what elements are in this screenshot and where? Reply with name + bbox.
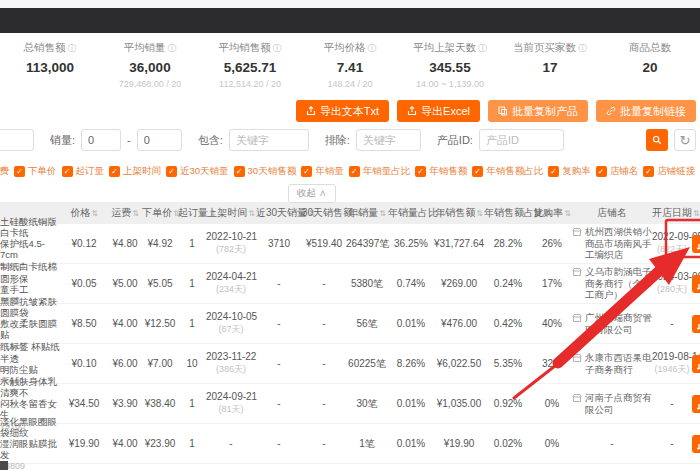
header-30d-sales[interactable]: 近30天销量⇅ [256,206,302,220]
stat-value: 17 [500,60,600,75]
column-checkbox-shop-link[interactable]: ✓店铺链接 [643,165,695,178]
include-label: 包含: [198,133,223,148]
column-checkbox-shop-name[interactable]: ✓店铺名 [596,165,639,178]
header-rebuy-rate[interactable]: 复购率⇅ [532,206,572,220]
price-max-input[interactable] [0,129,34,151]
trend-chart-button[interactable] [692,355,700,373]
info-icon[interactable]: ⓘ [68,43,77,53]
batch-copy-links-button[interactable]: 批量复制链接 [596,100,696,122]
header-listed-time[interactable]: 上架时间⇅ [206,206,256,220]
price-cell: ¥19.90 [60,438,108,449]
trend-chart-button[interactable] [692,435,700,453]
header-year-amount-pct[interactable]: 年销售额占比⇅ [484,206,532,220]
header-year-sales-pct[interactable]: 年销量占比⇅ [388,206,434,220]
order-price-cell: ¥7.00 [142,358,178,369]
year-amount-cell: ¥476.00 [434,318,484,329]
30d-amount-cell: - [302,358,346,369]
column-checkbox-30d-sales[interactable]: ✓近30天销量 [166,165,229,178]
info-icon[interactable]: ⓘ [478,43,487,53]
stat-value: 113,000 [0,60,100,75]
batch-copy-products-button[interactable]: 批量复制产品 [488,100,588,122]
info-icon[interactable]: ⓘ [168,43,177,53]
header-order-price[interactable]: 下单价⇅ [142,206,178,220]
checkbox-checked-icon: ✓ [109,166,120,177]
header-year-sales[interactable]: 年销量⇅ [346,206,388,220]
shop-name-cell: - [572,438,652,449]
export-toolbar: 导出文本Txt 导出Excel 批量复制产品 批量复制链接 [0,96,700,127]
collapse-button[interactable]: 收起 ∧ [288,184,336,203]
checkbox-checked-icon: ✓ [349,166,360,177]
price-cell: ¥0.10 [60,358,108,369]
info-icon[interactable]: ⓘ [368,43,377,53]
price-cell: ¥34.50 [60,398,108,409]
product-id-input[interactable] [479,129,564,151]
price-cell: ¥8.50 [60,318,108,329]
trend-chart-button[interactable] [692,235,700,253]
shop-icon [572,313,582,323]
bar-chart-icon [696,278,700,290]
column-checkbox-rebuy-rate[interactable]: ✓复购率 [548,165,591,178]
stat-value: 345.55 [400,60,500,75]
column-checkbox-year-amount-pct[interactable]: ✓年销售额占比 [472,165,543,178]
trend-chart-button[interactable] [692,275,700,293]
stat-sub: 148.24 / 20 [300,79,400,90]
column-checkbox-shipping[interactable]: ✓运费 [0,165,9,178]
info-icon[interactable]: ⓘ [578,43,587,53]
30d-amount-cell: - [302,398,346,409]
include-keyword-input[interactable] [229,129,309,151]
exclude-keyword-input[interactable] [356,129,421,151]
rebuy-rate-cell: 40% [532,318,572,329]
column-checkbox-year-sales-pct[interactable]: ✓年销量占比 [349,165,411,178]
column-checkbox-year-sales[interactable]: ✓年销量 [301,165,344,178]
product-id-label: 产品ID: [437,133,473,148]
column-checkbox-year-amount[interactable]: ✓年销售额 [415,165,467,178]
trend-chart-button[interactable] [692,395,700,413]
trend-chart-button[interactable] [692,315,700,333]
sort-icon: ⇅ [476,209,483,218]
shop-name-cell[interactable]: 河南子点商贸有限公司 [572,392,652,416]
column-checkbox-30d-amount[interactable]: ✓30天销售额 [234,165,297,178]
stat-label: 总销售额 [24,41,66,53]
header-30d-amount[interactable]: 30天销售额⇅ [302,206,346,220]
shop-icon [572,393,582,403]
copy-icon [498,106,508,116]
bar-chart-icon [696,238,700,250]
year-sales-pct-cell: 0.01% [388,318,434,329]
moq-cell: 1 [178,238,206,249]
header-open-date[interactable]: 开店日期⇅ [652,206,692,220]
header-shipping[interactable]: 运费⇅ [108,206,142,220]
shop-name-cell[interactable]: 义乌市韵涵电子商务商行（个体工商户） [572,266,652,302]
moq-cell: 1 [178,398,206,409]
bar-chart-icon [696,318,700,330]
stat-avg-sales-amount: 平均销售额ⓘ 5,625.71 112,514.20 / 20 [200,41,300,90]
listed-time-cell: 2024-04-21(234天) [206,271,256,296]
shop-name-cell[interactable]: 杭州西湖供销小商品市场南风手工编织店 [572,226,652,262]
sales-min-input[interactable] [81,129,121,151]
bar-chart-icon [696,358,700,370]
shop-name-cell[interactable]: 广州云端商贸管理有限公司 [572,312,652,336]
shop-icon [572,227,582,237]
export-txt-button[interactable]: 导出文本Txt [296,100,389,122]
order-price-cell: ¥4.92 [142,238,178,249]
column-checkbox-order-price[interactable]: ✓下单价 [14,165,57,178]
header-year-amount[interactable]: 年销售额⇅ [434,206,484,220]
column-checkbox-listed-time[interactable]: ✓上架时间 [109,165,161,178]
order-price-cell: ¥12.50 [142,318,178,329]
info-icon[interactable]: ⓘ [273,43,282,53]
sort-icon: ⇅ [693,209,700,218]
column-checkbox-moq[interactable]: ✓起订量 [62,165,105,178]
30d-sales-cell: - [256,438,302,449]
stat-avg-listed-days: 平均上架天数ⓘ 345.55 14.00 ~ 1,139.00 [400,41,500,90]
shop-name-cell[interactable]: 永康市西语果电子商务商行 [572,352,652,376]
header-price[interactable]: 价格⇅ [60,206,108,220]
button-label: 导出Excel [421,104,470,119]
year-amount-pct-cell: 5.35% [484,358,532,369]
search-button[interactable] [646,129,668,151]
export-excel-button[interactable]: 导出Excel [397,100,480,122]
shipping-cell: ¥4.00 [108,318,142,329]
search-icon [652,134,662,146]
product-name-cell[interactable]: 淡化黑眼圈眼袋细纹湿润眼贴膜批发43809 [0,416,60,470]
sales-max-input[interactable] [137,129,182,151]
header-moq[interactable]: 起订量⇅ [178,206,206,220]
reset-button[interactable]: ↻ [674,129,696,151]
